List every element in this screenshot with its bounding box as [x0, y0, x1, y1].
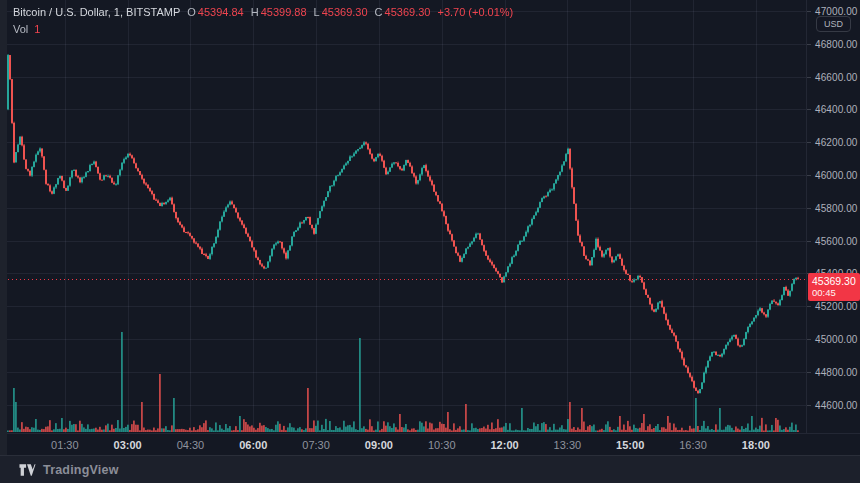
high-value: 45399.88 [261, 5, 307, 19]
price-tick-label: 44800.00 [815, 366, 858, 377]
close-label: C [375, 5, 383, 19]
price-tick-mark [807, 109, 811, 110]
ohlc-readout: O45394.84 H45399.88 L45369.30 C45369.30 … [187, 5, 513, 19]
time-tick-label: 18:00 [742, 439, 770, 451]
price-tick-mark [807, 372, 811, 373]
price-tick-label: 45800.00 [815, 202, 858, 213]
price-tick-label: 45200.00 [815, 301, 858, 312]
change-value: +3.70 (+0.01%) [437, 5, 513, 19]
time-tick-label: 15:00 [616, 439, 644, 451]
price-tick-label: 46200.00 [815, 137, 858, 148]
price-tick-label: 47000.00 [815, 6, 858, 17]
currency-toggle[interactable]: USD [816, 16, 851, 32]
tradingview-logo-icon [19, 463, 36, 477]
pane-left-edge [0, 0, 7, 455]
price-tick-label: 46000.00 [815, 170, 858, 181]
time-tick-label: 09:00 [365, 439, 393, 451]
time-tick-label: 12:00 [490, 439, 518, 451]
price-tick-label: 44600.00 [815, 399, 858, 410]
last-price-badge: 45369.30 00:45 [808, 273, 860, 301]
symbol-title[interactable]: Bitcoin / U.S. Dollar, 1, BITSTAMP [13, 5, 180, 19]
time-tick-label: 10:30 [428, 439, 456, 451]
open-label: O [187, 5, 196, 19]
low-value: 45369.30 [322, 5, 368, 19]
time-axis[interactable]: 01:3003:0004:3006:0007:3009:0010:3012:00… [0, 433, 860, 455]
price-tick-label: 46600.00 [815, 71, 858, 82]
price-tick-mark [807, 306, 811, 307]
price-tick-mark [807, 11, 811, 12]
price-tick-label: 45000.00 [815, 334, 858, 345]
open-value: 45394.84 [198, 5, 244, 19]
price-tick-mark [807, 241, 811, 242]
price-tick-mark [807, 175, 811, 176]
price-tick-mark [807, 142, 811, 143]
candlestick-chart-canvas[interactable] [0, 0, 806, 433]
time-tick-label: 06:00 [239, 439, 267, 451]
price-tick-mark [807, 339, 811, 340]
price-tick-label: 46400.00 [815, 104, 858, 115]
last-price-value: 45369.30 [812, 275, 860, 287]
legend-volume-row[interactable]: Vol 1 [13, 22, 513, 36]
high-label: H [251, 5, 259, 19]
time-tick-label: 04:30 [177, 439, 205, 451]
price-tick-mark [807, 405, 811, 406]
volume-label: Vol [13, 22, 28, 36]
time-tick-label: 07:30 [302, 439, 330, 451]
time-tick-label: 03:00 [114, 439, 142, 451]
price-tick-mark [807, 44, 811, 45]
tradingview-chart-window: Bitcoin / U.S. Dollar, 1, BITSTAMP O4539… [0, 0, 860, 483]
price-tick-label: 45600.00 [815, 235, 858, 246]
brand-name: TradingView [43, 463, 119, 477]
legend-symbol-row[interactable]: Bitcoin / U.S. Dollar, 1, BITSTAMP O4539… [13, 5, 513, 19]
bar-countdown: 00:45 [812, 287, 860, 298]
close-value: 45369.30 [385, 5, 431, 19]
time-tick-label: 13:30 [554, 439, 582, 451]
volume-value: 1 [34, 22, 40, 36]
price-tick-mark [807, 77, 811, 78]
tradingview-logo[interactable]: TradingView [19, 463, 119, 477]
low-label: L [314, 5, 320, 19]
time-tick-label: 16:30 [679, 439, 707, 451]
chart-legend: Bitcoin / U.S. Dollar, 1, BITSTAMP O4539… [13, 5, 513, 36]
price-axis[interactable]: 47000.0046800.0046600.0046400.0046200.00… [806, 0, 860, 433]
time-tick-label: 01:30 [51, 439, 79, 451]
footer-bar: TradingView [0, 455, 860, 483]
price-tick-label: 46800.00 [815, 38, 858, 49]
price-tick-mark [807, 208, 811, 209]
